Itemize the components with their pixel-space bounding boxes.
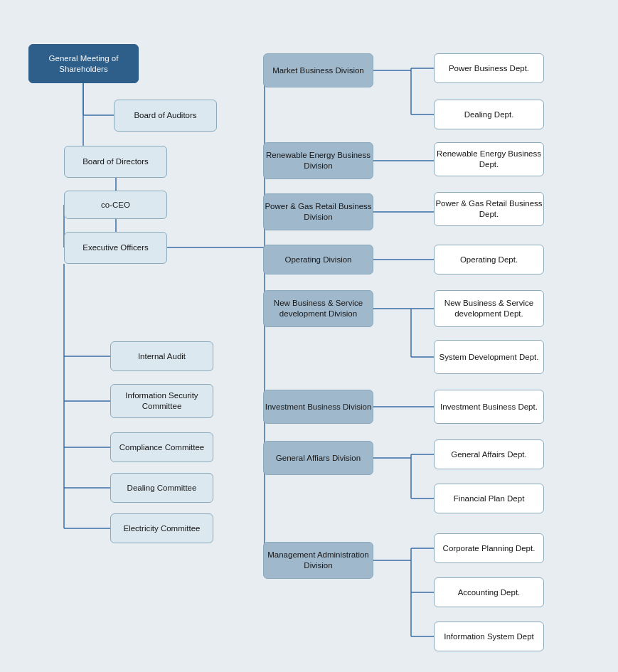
info-security-node: Information Security Committee: [110, 384, 213, 418]
exec-officers-node: Executive Officers: [64, 232, 167, 264]
electricity-node: Electricity Committee: [110, 513, 213, 543]
power-gas-dept-node: Power & Gas Retail Business Dept.: [434, 192, 544, 226]
power-gas-biz-node: Power & Gas Retail Business Division: [263, 193, 373, 230]
org-chart: General Meeting of ShareholdersBoard of …: [0, 0, 618, 672]
renewable-dept-node: Renewable Energy Business Dept.: [434, 142, 544, 176]
operating-dept-node: Operating Dept.: [434, 245, 544, 274]
mgmt-admin-node: Management Administration Division: [263, 542, 373, 579]
corporate-dept-node: Corporate Planning Dept.: [434, 533, 544, 563]
power-biz-dept-node: Power Business Dept.: [434, 53, 544, 83]
financial-dept-node: Financial Plan Dept: [434, 484, 544, 513]
co-ceo-node: co-CEO: [64, 191, 167, 219]
dealing-committee-node: Dealing Committee: [110, 473, 213, 503]
board-auditors-node: Board of Auditors: [114, 100, 217, 132]
compliance-node: Compliance Committee: [110, 432, 213, 462]
system-dev-dept-node: System Development Dept.: [434, 340, 544, 374]
internal-audit-node: Internal Audit: [110, 341, 213, 371]
accounting-dept-node: Accounting Dept.: [434, 577, 544, 607]
general-affairs-dept-node: General Affairs Dept.: [434, 439, 544, 469]
general-meeting-node: General Meeting of Shareholders: [28, 44, 139, 83]
renewable-biz-node: Renewable Energy Business Division: [263, 142, 373, 179]
market-biz-node: Market Business Division: [263, 53, 373, 87]
board-directors-node: Board of Directors: [64, 146, 167, 178]
dealing-dept-node: Dealing Dept.: [434, 100, 544, 129]
general-affairs-node: General Affiars Division: [263, 441, 373, 475]
investment-biz-node: Investment Business Division: [263, 390, 373, 424]
operating-div-node: Operating Division: [263, 245, 373, 274]
new-biz-dept-node: New Business & Service development Dept.: [434, 290, 544, 327]
investment-dept-node: Investment Business Dept.: [434, 390, 544, 424]
new-biz-node: New Business & Service development Divis…: [263, 290, 373, 327]
info-system-dept-node: Information System Dept: [434, 622, 544, 651]
